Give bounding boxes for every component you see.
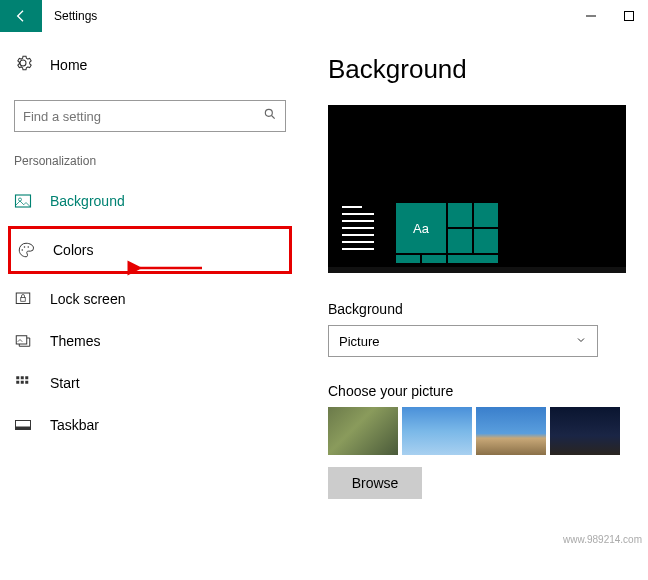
picture-icon [14, 192, 32, 210]
back-button[interactable] [0, 0, 42, 32]
start-icon [14, 374, 32, 392]
picture-thumb-3[interactable] [476, 407, 546, 455]
preview-tile-big: Aa [396, 203, 446, 253]
maximize-button[interactable] [610, 0, 648, 32]
sidebar-item-label: Colors [53, 242, 93, 258]
sidebar-item-label: Lock screen [50, 291, 125, 307]
svg-rect-11 [16, 336, 27, 344]
svg-rect-14 [25, 376, 28, 379]
svg-rect-1 [625, 12, 634, 21]
app-title: Settings [54, 9, 97, 23]
sidebar-item-taskbar[interactable]: Taskbar [14, 404, 286, 446]
svg-rect-13 [21, 376, 24, 379]
preview-tiles: Aa [396, 203, 498, 263]
svg-rect-10 [21, 298, 26, 302]
sidebar-item-colors[interactable]: Colors [17, 229, 283, 271]
svg-rect-15 [16, 381, 19, 384]
section-heading: Personalization [14, 154, 286, 168]
choose-picture-label: Choose your picture [328, 383, 646, 399]
sidebar-item-label: Taskbar [50, 417, 99, 433]
svg-rect-17 [25, 381, 28, 384]
lock-screen-icon [14, 290, 32, 308]
taskbar-icon [14, 416, 32, 434]
watermark: www.989214.com [563, 534, 642, 545]
themes-icon [14, 332, 32, 350]
picture-thumb-4[interactable] [550, 407, 620, 455]
search-box[interactable] [14, 100, 286, 132]
svg-point-8 [28, 246, 30, 248]
preview-menu-lines [342, 206, 374, 255]
window-controls [572, 0, 648, 32]
svg-rect-19 [16, 427, 31, 430]
sidebar-item-background[interactable]: Background [14, 180, 286, 222]
dropdown-value: Picture [339, 334, 379, 349]
page-title: Background [328, 54, 646, 85]
main-panel: Background Aa Background Picture Choose … [300, 32, 648, 499]
svg-point-7 [24, 246, 26, 248]
sidebar-item-label: Start [50, 375, 80, 391]
search-input[interactable] [23, 109, 263, 124]
search-icon [263, 107, 277, 125]
minimize-button[interactable] [572, 0, 610, 32]
home-button[interactable]: Home [14, 50, 286, 80]
sidebar-item-start[interactable]: Start [14, 362, 286, 404]
home-label: Home [50, 57, 87, 73]
svg-rect-12 [16, 376, 19, 379]
browse-button[interactable]: Browse [328, 467, 422, 499]
palette-icon [17, 241, 35, 259]
picture-thumb-2[interactable] [402, 407, 472, 455]
sidebar: Home Personalization Background Colors L… [0, 32, 300, 499]
sidebar-item-lock-screen[interactable]: Lock screen [14, 278, 286, 320]
svg-point-6 [22, 249, 24, 251]
chevron-down-icon [575, 334, 587, 349]
arrow-left-icon [13, 8, 29, 24]
sidebar-item-label: Themes [50, 333, 101, 349]
picture-thumb-1[interactable] [328, 407, 398, 455]
gear-icon [14, 54, 32, 76]
background-dropdown[interactable]: Picture [328, 325, 598, 357]
picture-thumbnails [328, 407, 646, 455]
titlebar: Settings [0, 0, 648, 32]
desktop-preview: Aa [328, 105, 626, 273]
sidebar-item-label: Background [50, 193, 125, 209]
background-label: Background [328, 301, 646, 317]
sidebar-item-themes[interactable]: Themes [14, 320, 286, 362]
preview-taskbar [328, 267, 626, 273]
annotation-highlight: Colors [8, 226, 292, 274]
svg-rect-16 [21, 381, 24, 384]
svg-point-2 [265, 109, 272, 116]
svg-line-3 [272, 116, 275, 119]
